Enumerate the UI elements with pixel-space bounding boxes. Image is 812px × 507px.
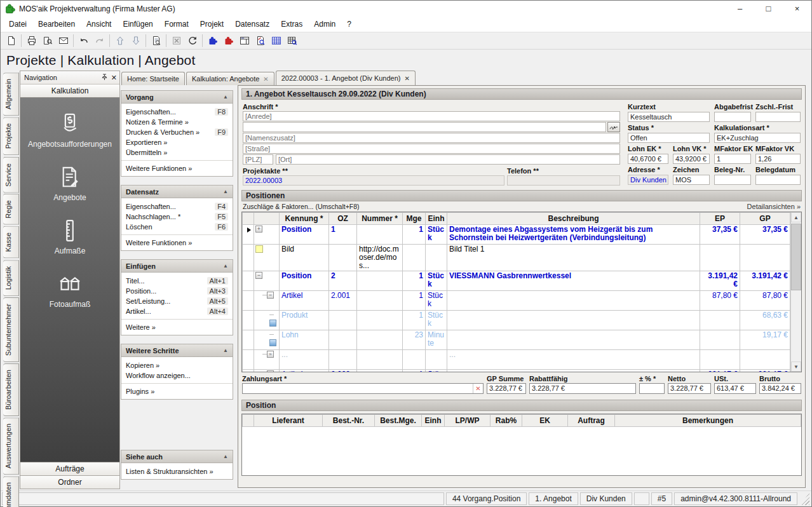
cell-oz[interactable]: 2 xyxy=(329,271,357,291)
tree-cell[interactable]: + xyxy=(254,225,280,245)
action-item-lschen[interactable]: LöschenF6 xyxy=(121,222,233,232)
cell-einh[interactable]: Stück xyxy=(426,271,447,291)
new-document-icon[interactable] xyxy=(3,33,19,48)
positions-column-header[interactable]: GP xyxy=(740,213,790,225)
cell-einh[interactable]: Stück xyxy=(426,370,447,373)
positions-column-header[interactable]: Beschreibung xyxy=(447,213,700,225)
position-row-4[interactable]: Produkt1Stück68,63 € xyxy=(243,311,790,330)
action-item-bermitteln[interactable]: Übermitteln » xyxy=(121,147,233,158)
action-item-workflowanzeigen[interactable]: Workflow anzeigen... xyxy=(121,370,233,381)
print-icon[interactable] xyxy=(24,33,39,48)
cell-ep[interactable]: 87,80 € xyxy=(700,291,740,311)
abort-icon[interactable] xyxy=(168,33,184,48)
cell-mge[interactable]: 1 xyxy=(403,370,426,373)
kalkulationsart-field[interactable]: EK+Zuschlag xyxy=(714,133,801,143)
cell-oz[interactable] xyxy=(329,350,357,370)
positions-column-header[interactable]: EP xyxy=(700,213,740,225)
menu-item-extras[interactable]: Extras xyxy=(275,18,308,30)
row-selector[interactable] xyxy=(243,225,254,245)
detail-column-header[interactable] xyxy=(243,415,254,427)
action-item-weiterefunktionen[interactable]: Weitere Funktionen » xyxy=(121,238,233,248)
menu-item-ansicht[interactable]: Ansicht xyxy=(81,18,117,30)
menu-item-bearbeiten[interactable]: Bearbeiten xyxy=(32,18,81,30)
cell-nummer[interactable] xyxy=(357,370,403,373)
tree-cell[interactable]: − xyxy=(254,271,280,291)
cell-gp[interactable]: 201,17 € xyxy=(740,370,790,373)
navigation-section-header[interactable]: Kalkulation xyxy=(20,84,119,98)
positions-column-header[interactable]: Mge xyxy=(403,213,426,225)
menu-item-?[interactable]: ? xyxy=(341,18,357,30)
ort-field[interactable] xyxy=(276,154,620,165)
cell-einh[interactable]: Stück xyxy=(426,225,447,245)
form-view-icon[interactable] xyxy=(236,33,252,48)
positions-scrollbar[interactable]: ▲ ▼ xyxy=(790,212,801,372)
action-group-header[interactable]: Vorgang▲ xyxy=(121,91,233,104)
zahlungsart-field[interactable] xyxy=(243,384,473,393)
resize-grip[interactable] xyxy=(801,492,809,505)
action-item-notizentermine[interactable]: Notizen & Termine » xyxy=(121,117,233,127)
nav-button-auftrge[interactable]: Aufträge xyxy=(20,462,119,475)
collapse-node-icon[interactable]: − xyxy=(267,292,274,299)
cell-beschreibung[interactable] xyxy=(447,370,700,373)
move-down-icon[interactable] xyxy=(128,33,144,48)
close-button[interactable]: × xyxy=(783,1,811,17)
pin-icon[interactable] xyxy=(101,74,108,82)
sidebar-tab-stammdaten[interactable]: Stammdaten xyxy=(3,476,19,507)
positions-column-header[interactable] xyxy=(243,213,254,225)
close-navigation-icon[interactable]: ✕ xyxy=(111,74,117,82)
cell-oz[interactable] xyxy=(329,245,357,271)
cell-mge[interactable]: 1 xyxy=(403,271,426,291)
cell-kennung[interactable]: ... xyxy=(280,350,329,370)
cell-ep[interactable] xyxy=(700,330,740,350)
detail-column-header[interactable]: Rab% xyxy=(491,415,522,427)
tree-cell[interactable]: + xyxy=(254,370,280,373)
name-field[interactable] xyxy=(243,122,606,132)
cell-gp[interactable]: 37,35 € xyxy=(740,225,790,245)
preview-document-icon[interactable] xyxy=(148,33,164,48)
scroll-down-icon[interactable]: ▼ xyxy=(791,362,801,372)
position-row-7[interactable]: +Artikel2.0021Stück201,17 €201,17 € xyxy=(243,370,790,373)
adresse-link[interactable]: Div Kunden xyxy=(628,175,668,185)
nav-item-fotoaufma[interactable]: Fotoaufmaß xyxy=(50,272,91,309)
action-item-weitere[interactable]: Weitere » xyxy=(121,322,233,332)
telefon-field[interactable] xyxy=(507,175,620,186)
action-item-eigenschaften[interactable]: Eigenschaften...F4 xyxy=(121,201,233,212)
row-selector[interactable] xyxy=(243,311,254,330)
cell-beschreibung[interactable]: Demontage eines Abgassystems vom Heizger… xyxy=(447,225,700,245)
plz-field[interactable] xyxy=(243,154,273,165)
cell-ep[interactable]: 3.191,42 € xyxy=(700,271,740,291)
close-tab-icon[interactable]: ✕ xyxy=(263,76,268,83)
cell-mge[interactable]: 1 xyxy=(403,291,426,311)
action-item-druckenverbuchen[interactable]: Drucken & Verbuchen »F9 xyxy=(121,127,233,137)
tree-cell[interactable] xyxy=(254,330,280,350)
cell-mge[interactable]: 23 xyxy=(403,330,426,350)
action-item-artikel[interactable]: Artikel...Alt+4 xyxy=(121,306,233,316)
cell-kennung[interactable]: Artikel xyxy=(280,370,329,373)
detail-column-header[interactable]: Bemerkungen xyxy=(615,415,801,427)
cell-kennung[interactable]: Lohn xyxy=(280,330,329,350)
document-tab-1[interactable]: Kalkulation: Angebote✕ xyxy=(186,72,274,85)
cell-oz[interactable]: 1 xyxy=(329,225,357,245)
plugin-red-icon[interactable] xyxy=(220,33,236,48)
nav-item-angebote[interactable]: Angebote xyxy=(53,165,86,202)
cell-gp[interactable] xyxy=(740,350,790,370)
strasse-field[interactable] xyxy=(243,144,620,154)
cell-beschreibung[interactable] xyxy=(447,291,700,311)
cell-mge[interactable] xyxy=(403,245,426,271)
cell-mge[interactable]: 1 xyxy=(403,225,426,245)
action-item-titel[interactable]: Titel...Alt+1 xyxy=(121,276,233,286)
tree-cell[interactable] xyxy=(254,245,280,271)
positions-column-header[interactable] xyxy=(254,213,280,225)
sidebar-tab-kasse[interactable]: Kasse xyxy=(3,226,19,259)
sidebar-tab-service[interactable]: Service xyxy=(3,157,19,193)
positions-column-header[interactable]: Nummer * xyxy=(357,213,403,225)
cell-einh[interactable]: Stück xyxy=(426,291,447,311)
menu-item-datei[interactable]: Datei xyxy=(3,18,32,30)
cell-kennung[interactable]: Position xyxy=(280,271,329,291)
cell-gp[interactable]: 19,17 € xyxy=(740,330,790,350)
cell-gp[interactable]: 87,80 € xyxy=(740,291,790,311)
detailansichten-link[interactable]: Detailansichten » xyxy=(747,203,801,210)
collapse-node-icon[interactable]: − xyxy=(255,272,262,279)
close-tab-icon[interactable]: ✕ xyxy=(404,75,409,82)
tree-cell[interactable]: » xyxy=(254,350,280,370)
